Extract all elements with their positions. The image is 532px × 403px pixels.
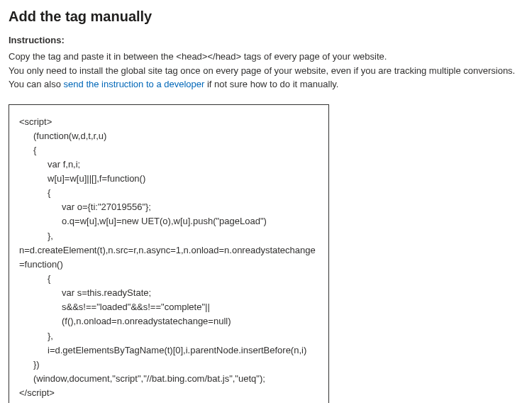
- page-title: Add the tag manually: [9, 9, 523, 25]
- code-line: {: [33, 143, 318, 158]
- code-line: {: [48, 186, 318, 200]
- instruction-line-3: You can also send the instruction to a d…: [9, 77, 523, 92]
- instruction-line-3-prefix: You can also: [9, 79, 64, 89]
- code-line: (function(w,d,t,r,u): [33, 129, 318, 143]
- code-line: (window,document,"script","//bat.bing.co…: [33, 372, 318, 386]
- code-line: n=d.createElement(t),n.src=r,n.async=1,n…: [19, 243, 318, 272]
- instruction-line-1: Copy the tag and paste it in between the…: [9, 50, 523, 64]
- send-to-developer-link[interactable]: send the instruction to a developer: [64, 79, 205, 89]
- code-line: var o={ti:"27019556"};: [62, 200, 318, 214]
- instructions-label: Instructions:: [9, 35, 523, 45]
- tag-code-box: <script> (function(w,d,t,r,u) { var f,n,…: [9, 104, 329, 404]
- code-line: w[u]=w[u]||[],f=function(): [48, 172, 318, 186]
- code-line: },: [48, 329, 318, 343]
- code-line: <script>: [19, 115, 318, 129]
- code-line: s&&s!=="loaded"&&s!=="complete"||(f(),n.…: [62, 300, 318, 329]
- code-line: </script>: [19, 386, 318, 400]
- instruction-line-3-suffix: if not sure how to do it manually.: [204, 79, 338, 89]
- code-line: o.q=w[u],w[u]=new UET(o),w[u].push("page…: [62, 214, 318, 228]
- code-line: var s=this.readyState;: [62, 286, 318, 300]
- code-line: }): [33, 358, 318, 372]
- code-line: {: [48, 272, 318, 286]
- instruction-line-2: You only need to install the global site…: [9, 64, 523, 78]
- code-line: i=d.getElementsByTagName(t)[0],i.parentN…: [48, 343, 318, 358]
- instructions-block: Copy the tag and paste it in between the…: [9, 50, 523, 92]
- code-line: var f,n,i;: [48, 158, 318, 172]
- code-line: },: [48, 229, 318, 243]
